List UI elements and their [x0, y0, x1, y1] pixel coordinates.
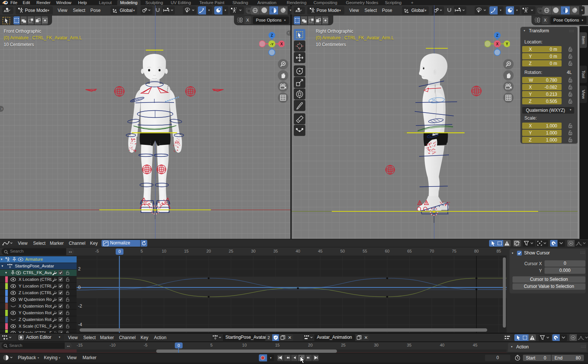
svg-text:-4: -4 [78, 322, 82, 327]
svg-text:-2: -2 [78, 303, 82, 309]
svg-text:0: 0 [78, 285, 81, 290]
svg-text:2: 2 [78, 266, 81, 272]
